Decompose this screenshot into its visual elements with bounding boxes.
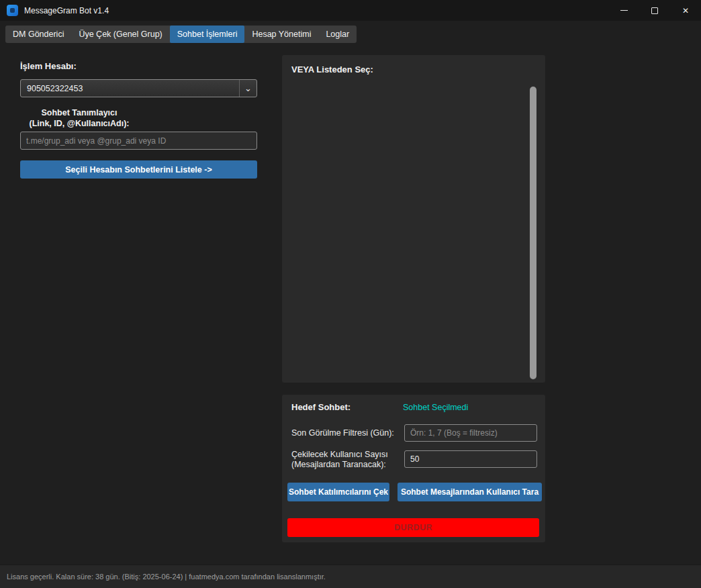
titlebar: MessageGram Bot v1.4 ✕ (0, 0, 701, 21)
target-chat-status: Sohbet Seçilmedi (403, 403, 468, 412)
list-chats-button[interactable]: Seçili Hesabın Sohbetlerini Listele -> (20, 160, 257, 179)
window-controls: ✕ (608, 0, 701, 21)
window-title: MessageGram Bot v1.4 (24, 6, 109, 15)
user-count-label-line2: (Mesajlardan Taranacak): (291, 460, 386, 469)
user-count-label: Çekilecek Kullanıcı Sayısı (Mesajlardan … (291, 450, 388, 470)
tab-label: Hesap Yönetimi (252, 30, 311, 39)
user-count-label-line1: Çekilecek Kullanıcı Sayısı (291, 450, 388, 459)
license-status-text: Lisans geçerli. Kalan süre: 38 gün. (Bit… (7, 573, 326, 581)
scrollbar-track[interactable] (530, 86, 536, 380)
maximize-icon (651, 7, 658, 14)
minimize-icon (620, 10, 628, 11)
maximize-button[interactable] (639, 0, 670, 21)
chat-list-panel: VEYA Listeden Seç: (282, 55, 545, 383)
target-chat-panel: Hedef Sohbet: Sohbet Seçilmedi Son Görül… (282, 395, 545, 542)
stop-button[interactable]: DURDUR (287, 518, 539, 537)
account-combobox[interactable]: 905052322453 ⌄ (20, 79, 257, 97)
minimize-button[interactable] (608, 0, 639, 21)
tab-label: Loglar (326, 30, 349, 39)
tab-uye-cek[interactable]: Üye Çek (Genel Grup) (71, 26, 169, 43)
app-window: MessageGram Bot v1.4 ✕ DM Gönderici Üye … (0, 0, 701, 588)
close-button[interactable]: ✕ (670, 0, 701, 21)
last-seen-filter-input[interactable] (404, 424, 537, 442)
app-icon-glyph (10, 8, 15, 13)
tab-hesap-yonetimi[interactable]: Hesap Yönetimi (244, 26, 318, 43)
tab-bar: DM Gönderici Üye Çek (Genel Grup) Sohbet… (5, 26, 357, 43)
last-seen-filter-label: Son Görülme Filtresi (Gün): (291, 428, 394, 438)
tab-dm-gonderici[interactable]: DM Gönderici (5, 26, 71, 43)
tab-label: Üye Çek (Genel Grup) (79, 30, 162, 39)
chat-identifier-input[interactable] (20, 132, 257, 150)
chat-identifier-label: Sohbet Tanımlayıcı (Link, ID, @Kullanıcı… (20, 107, 138, 129)
user-count-input[interactable] (404, 450, 537, 468)
tab-label: DM Gönderici (13, 30, 64, 39)
close-icon: ✕ (682, 6, 689, 15)
chat-listbox[interactable] (287, 85, 540, 379)
target-chat-label: Hedef Sohbet: (291, 402, 350, 412)
tab-sohbet-islemleri[interactable]: Sohbet İşlemleri (170, 26, 245, 43)
fetch-participants-button[interactable]: Sohbet Katılımcılarını Çek (287, 483, 389, 501)
chat-identifier-label-line1: Sohbet Tanımlayıcı (42, 108, 118, 117)
tab-label: Sohbet İşlemleri (177, 30, 238, 39)
list-label: VEYA Listeden Seç: (291, 64, 373, 75)
status-bar: Lisans geçerli. Kalan süre: 38 gün. (Bit… (0, 565, 701, 588)
scrollbar-thumb[interactable] (530, 87, 536, 379)
scan-messages-button[interactable]: Sohbet Mesajlarından Kullanıcı Tara (398, 483, 542, 501)
chevron-down-icon[interactable]: ⌄ (239, 80, 256, 97)
account-label: İşlem Hesabı: (20, 61, 77, 71)
app-icon (7, 5, 18, 16)
account-combobox-value: 905052322453 (21, 84, 239, 93)
tab-loglar[interactable]: Loglar (318, 26, 357, 43)
chat-identifier-label-line2: (Link, ID, @KullanıcıAdı): (30, 119, 130, 128)
